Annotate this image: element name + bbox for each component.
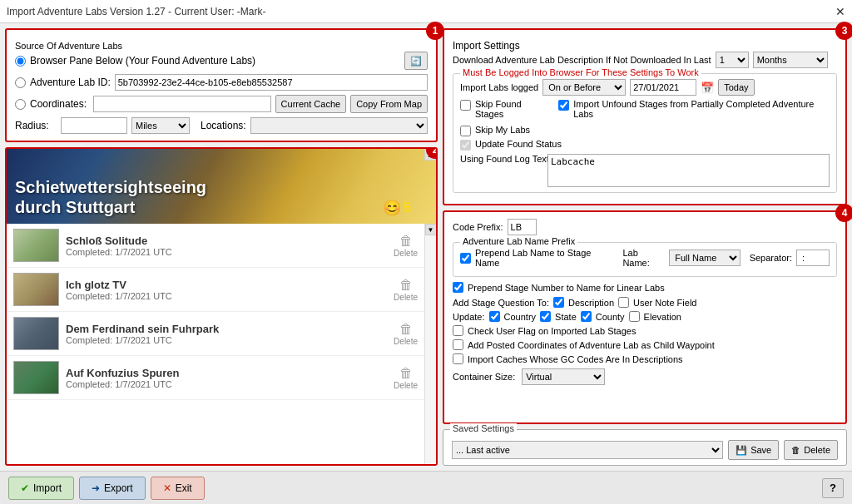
arrow-icon: ➜ [92, 482, 100, 494]
import-labs-logged-label: Import Labs logged [460, 82, 538, 92]
import-unfound-label: Import Unfound Stages from Partially Com… [573, 99, 830, 119]
code-prefix-input[interactable] [508, 219, 537, 235]
logged-row: Import Labs logged On or Before 📅 Today [460, 79, 830, 96]
download-row: Download Adventure Lab Description If No… [453, 52, 837, 68]
list-item: Dem Ferdinand sein Fuhrpark Completed: 1… [7, 312, 424, 356]
today-button[interactable]: Today [718, 79, 754, 96]
county-label: County [596, 312, 625, 322]
locations-select[interactable] [250, 117, 428, 134]
prepend-stage-checkbox[interactable] [453, 282, 463, 293]
lab-name-select[interactable]: Full Name [669, 250, 740, 266]
adventure-list-panel: 2 Schietwettersightseeing durch Stuttgar… [5, 147, 438, 466]
update-found-row: Update Found Status [460, 139, 830, 151]
left-panel: Source Of Adventure Labs 1 Browser Pane … [5, 28, 438, 466]
help-button[interactable]: ? [822, 478, 844, 498]
country-label: Country [504, 312, 537, 322]
close-button[interactable]: ✕ [835, 5, 845, 18]
add-posted-coords-checkbox[interactable] [453, 339, 463, 350]
list-item: Schloß Solitude Completed: 1/7/2021 UTC … [7, 224, 424, 268]
radio-adventure-lab-id[interactable] [15, 77, 26, 88]
months-select[interactable]: Months [753, 52, 828, 68]
import-caches-checkbox[interactable] [453, 353, 463, 364]
lab-title-line1: Schietwettersightseeing [15, 177, 206, 197]
radius-input[interactable] [61, 117, 127, 134]
export-button[interactable]: ➜ Export [79, 477, 146, 500]
description-checkbox[interactable] [553, 297, 564, 308]
lab-list-scrollable[interactable]: Schloß Solitude Completed: 1/7/2021 UTC … [7, 224, 424, 464]
skip-found-label: Skip Found Stages [475, 99, 550, 119]
radio-lab-id-label: Adventure Lab ID: [30, 77, 111, 88]
scroll-down-btn[interactable]: ▼ [425, 224, 437, 235]
logged-section-label: Must Be Logged Into Browser For These Se… [460, 67, 701, 77]
import-unfound-row: Import Unfound Stages from Partially Com… [558, 99, 830, 119]
adventure-lab-id-input[interactable]: 5b703992-23e2-44ce-b105-e8eb85532587 [115, 74, 428, 91]
saved-settings-select[interactable]: ... Last active [452, 441, 723, 459]
delete-button[interactable]: 🗑 Delete [394, 234, 418, 258]
add-stage-question-row: Add Stage Question To: Description User … [453, 297, 837, 308]
state-checkbox[interactable] [540, 311, 551, 322]
list-item: Auf Konfuzius Spuren Completed: 1/7/2021… [7, 356, 424, 400]
delete-label: Delete [394, 381, 418, 390]
item-name: Dem Ferdinand sein Fuhrpark [66, 323, 387, 335]
country-checkbox[interactable] [489, 311, 500, 322]
import-button[interactable]: ✔ Import [8, 477, 74, 500]
import-caches-label: Import Caches Whose GC Codes Are In Desc… [468, 354, 683, 364]
checkboxes-row1: Skip Found Stages Import Unfound Stages … [460, 99, 830, 121]
check-user-flag-checkbox[interactable] [453, 325, 463, 336]
download-label: Download Adventure Lab Description If No… [453, 55, 711, 65]
radio-browser-label: Browser Pane Below (Your Found Adventure… [30, 55, 255, 67]
locations-label: Locations: [201, 120, 246, 131]
import-unfound-checkbox[interactable] [558, 100, 569, 111]
delete-saved-label: Delete [804, 445, 830, 455]
save-label: Save [750, 445, 771, 455]
lab-emoji-area: 😊 5 [383, 199, 411, 217]
coordinates-input[interactable] [93, 96, 271, 112]
delete-button[interactable]: 🗑 Delete [394, 278, 418, 302]
radio-coords-label: Coordinates: [30, 98, 87, 110]
current-cache-button[interactable]: Current Cache [275, 95, 347, 113]
calendar-icon[interactable]: 📅 [701, 82, 714, 94]
lab-header-overlay: Schietwettersightseeing durch Stuttgart [15, 177, 206, 217]
update-found-checkbox[interactable] [460, 140, 471, 151]
item-info: Ich glotz TV Completed: 1/7/2021 UTC [66, 279, 387, 301]
elevation-checkbox[interactable] [629, 311, 640, 322]
units-select[interactable]: Miles [131, 117, 190, 134]
delete-button[interactable]: 🗑 Delete [394, 322, 418, 346]
main-layout: Source Of Adventure Labs 1 Browser Pane … [0, 23, 852, 471]
scroll-track: ▼ [424, 224, 436, 464]
browser-icon-button[interactable]: 🔄 [404, 52, 428, 70]
date-input[interactable] [630, 79, 696, 96]
container-size-select[interactable]: Virtual [522, 368, 605, 385]
delete-settings-button[interactable]: 🗑 Delete [784, 440, 838, 460]
exit-button[interactable]: ✕ Exit [151, 477, 205, 500]
code-prefix-label: Code Prefix: [453, 222, 503, 232]
copy-from-map-button[interactable]: Copy From Map [350, 95, 428, 113]
delete-button[interactable]: 🗑 Delete [394, 366, 418, 390]
save-settings-button[interactable]: 💾 Save [728, 440, 779, 460]
skip-my-labs-checkbox[interactable] [460, 126, 471, 136]
radio-coordinates[interactable] [15, 99, 26, 110]
section-badge-4: 4 [835, 204, 852, 222]
prepend-lab-name-checkbox[interactable] [460, 253, 471, 264]
x-icon: ✕ [163, 482, 171, 494]
trash-icon: 🗑 [399, 322, 413, 337]
container-row: Container Size: Virtual [453, 368, 837, 385]
num-select[interactable]: 1 [716, 52, 749, 68]
item-date: Completed: 1/7/2021 UTC [66, 335, 387, 345]
on-or-before-select[interactable]: On or Before [542, 79, 626, 96]
user-note-checkbox[interactable] [618, 297, 629, 308]
description-label: Description [568, 298, 614, 308]
county-checkbox[interactable] [581, 311, 592, 322]
lab-name-label: Lab Name: [622, 248, 665, 268]
item-date: Completed: 1/7/2021 UTC [66, 379, 387, 389]
check-user-flag-row: Check User Flag on Imported Lab Stages [453, 325, 837, 336]
skip-found-row: Skip Found Stages [460, 99, 550, 119]
found-log-textarea[interactable]: Labcache [547, 154, 830, 187]
prepend-stage-row: Prepend Stage Number to Name for Linear … [453, 282, 837, 293]
radio-browser-pane[interactable] [15, 56, 26, 67]
skip-found-checkbox[interactable] [460, 100, 471, 111]
logged-section: Must Be Logged Into Browser For These Se… [453, 73, 837, 193]
radio-row-2: Adventure Lab ID: 5b703992-23e2-44ce-b10… [15, 74, 428, 91]
separator-input[interactable] [796, 250, 830, 266]
found-log-row: Using Found Log Text: Labcache [460, 154, 830, 187]
